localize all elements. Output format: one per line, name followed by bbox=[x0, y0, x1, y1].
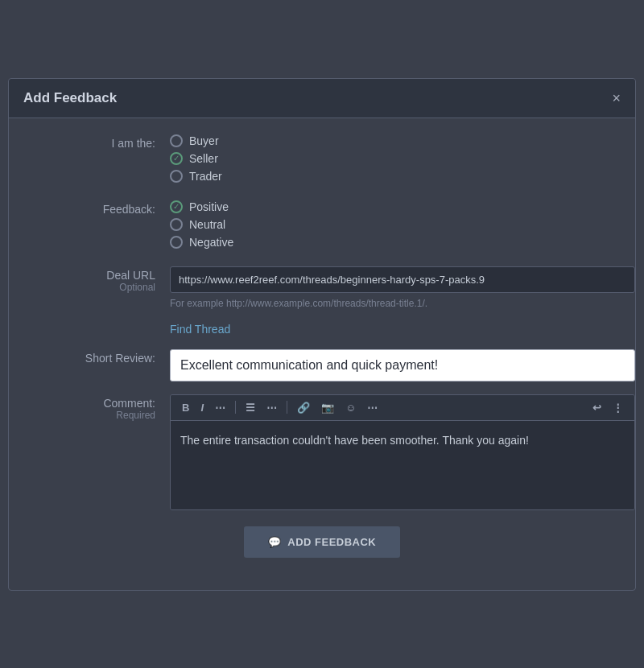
deal-url-sublabel: Optional bbox=[9, 282, 155, 293]
role-buyer-label: Buyer bbox=[189, 134, 219, 147]
short-review-content bbox=[170, 349, 635, 381]
deal-url-label-wrap: Deal URL Optional bbox=[9, 266, 170, 293]
feedback-neutral-label: Neutral bbox=[189, 218, 225, 231]
deal-url-input[interactable] bbox=[170, 266, 635, 293]
role-row: I am the: Buyer Seller Trader bbox=[9, 134, 635, 188]
submit-area: 💬 ADD FEEDBACK bbox=[9, 526, 635, 558]
feedback-positive-label: Positive bbox=[189, 200, 229, 213]
feedback-negative[interactable]: Negative bbox=[170, 236, 635, 249]
toolbar-divider-1 bbox=[235, 401, 236, 414]
toolbar-right: ↩ ⋮ bbox=[589, 400, 626, 415]
role-buyer[interactable]: Buyer bbox=[170, 134, 635, 147]
role-trader-label: Trader bbox=[189, 170, 222, 183]
submit-label: ADD FEEDBACK bbox=[287, 536, 376, 548]
feedback-neutral-radio[interactable] bbox=[170, 218, 183, 231]
role-label: I am the: bbox=[9, 134, 170, 150]
list-more-button[interactable]: ⋯ bbox=[263, 400, 280, 415]
feedback-row: Feedback: Positive Neutral Negative bbox=[9, 200, 635, 254]
menu-button[interactable]: ⋮ bbox=[609, 400, 626, 415]
deal-url-row: Deal URL Optional For example http://www… bbox=[9, 266, 635, 309]
deal-url-content: For example http://www.example.com/threa… bbox=[170, 266, 635, 309]
role-seller-radio[interactable] bbox=[170, 152, 183, 165]
toolbar-divider-2 bbox=[287, 401, 287, 414]
comment-content: B I ⋯ ☰ ⋯ 🔗 📷 ☺ ⋯ ↩ ⋮ bbox=[170, 394, 635, 510]
feedback-label: Feedback: bbox=[9, 200, 170, 216]
feedback-positive[interactable]: Positive bbox=[170, 200, 635, 213]
comment-label: Comment: bbox=[103, 397, 155, 410]
comment-row: Comment: Required B I ⋯ ☰ ⋯ 🔗 📷 ☺ bbox=[9, 394, 635, 510]
more-insert-button[interactable]: ⋯ bbox=[364, 400, 381, 415]
deal-url-label: Deal URL bbox=[106, 269, 155, 282]
short-review-row: Short Review: bbox=[9, 349, 635, 381]
role-seller-label: Seller bbox=[189, 152, 218, 165]
modal-body: I am the: Buyer Seller Trader Feedback: bbox=[9, 118, 635, 574]
role-seller[interactable]: Seller bbox=[170, 152, 635, 165]
feedback-neutral[interactable]: Neutral bbox=[170, 218, 635, 231]
find-thread-row: Find Thread bbox=[9, 322, 635, 336]
comment-sublabel: Required bbox=[9, 410, 155, 421]
short-review-input[interactable] bbox=[170, 349, 635, 381]
short-review-label: Short Review: bbox=[9, 349, 170, 365]
feedback-options: Positive Neutral Negative bbox=[170, 200, 635, 254]
undo-button[interactable]: ↩ bbox=[589, 400, 605, 415]
role-trader-radio[interactable] bbox=[170, 170, 183, 183]
comment-editor: B I ⋯ ☰ ⋯ 🔗 📷 ☺ ⋯ ↩ ⋮ bbox=[170, 394, 635, 510]
bold-button[interactable]: B bbox=[179, 400, 192, 415]
editor-toolbar: B I ⋯ ☰ ⋯ 🔗 📷 ☺ ⋯ ↩ ⋮ bbox=[171, 395, 634, 421]
more-format-button[interactable]: ⋯ bbox=[212, 400, 229, 415]
emoji-button[interactable]: ☺ bbox=[342, 400, 359, 415]
italic-button[interactable]: I bbox=[197, 400, 207, 415]
role-buyer-radio[interactable] bbox=[170, 134, 183, 147]
comment-text[interactable]: The entire transaction couldn't have bee… bbox=[171, 421, 634, 509]
feedback-negative-radio[interactable] bbox=[170, 236, 183, 249]
list-button[interactable]: ☰ bbox=[242, 400, 258, 415]
modal-header: Add Feedback × bbox=[9, 79, 635, 118]
role-options: Buyer Seller Trader bbox=[170, 134, 635, 188]
role-trader[interactable]: Trader bbox=[170, 170, 635, 183]
add-feedback-modal: Add Feedback × I am the: Buyer Seller Tr… bbox=[8, 78, 636, 591]
submit-button[interactable]: 💬 ADD FEEDBACK bbox=[244, 526, 401, 558]
link-button[interactable]: 🔗 bbox=[294, 400, 313, 415]
image-button[interactable]: 📷 bbox=[318, 400, 337, 415]
comment-label-wrap: Comment: Required bbox=[9, 394, 170, 421]
modal-title: Add Feedback bbox=[23, 90, 117, 106]
find-thread-content: Find Thread bbox=[170, 322, 635, 336]
feedback-negative-label: Negative bbox=[189, 236, 233, 249]
close-button[interactable]: × bbox=[612, 91, 621, 105]
find-thread-link[interactable]: Find Thread bbox=[170, 323, 230, 336]
feedback-positive-radio[interactable] bbox=[170, 200, 183, 213]
submit-icon: 💬 bbox=[268, 536, 282, 548]
deal-url-hint: For example http://www.example.com/threa… bbox=[170, 298, 635, 309]
